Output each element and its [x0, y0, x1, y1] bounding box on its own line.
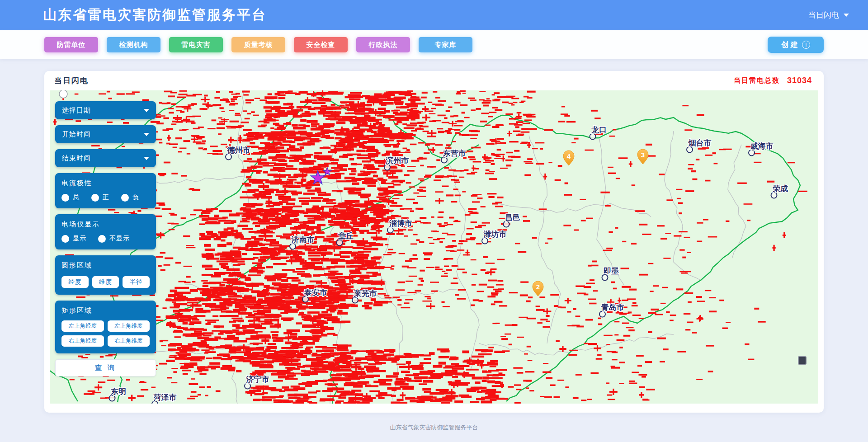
svg-text:4: 4: [567, 152, 571, 160]
city-marker: [384, 165, 390, 170]
chevron-down-icon: [844, 14, 849, 17]
nav-button-jiance-jigou[interactable]: 检测机构: [107, 37, 160, 52]
rect-input-3[interactable]: 右上角维度: [108, 335, 150, 347]
rect-input-1[interactable]: 左上角维度: [108, 320, 150, 332]
chevron-down-icon: [144, 133, 149, 136]
app-footer: 山东省气象灾害防御监管服务平台: [0, 413, 868, 442]
polarity-option-0[interactable]: 总: [61, 193, 80, 202]
chevron-down-icon: [144, 157, 149, 160]
city-marker: [302, 296, 308, 302]
mode-label: 当日闪电: [808, 10, 839, 20]
end-time-label: 结束时间: [62, 154, 91, 163]
radio-icon: [61, 235, 69, 243]
polarity-options: 总正负: [61, 193, 150, 202]
total-value: 31034: [787, 76, 812, 85]
city-label: 烟台市: [688, 139, 712, 147]
nav-button-leidian-zaihai[interactable]: 雷电灾害: [169, 37, 223, 52]
svg-text:3: 3: [641, 151, 645, 159]
city-label: 威海市: [750, 142, 774, 150]
city-marker: [441, 157, 447, 163]
rect-area-box: 矩形区域 左上角经度左上角维度右上角经度右上角维度: [55, 301, 156, 353]
city-marker: [245, 383, 250, 389]
map-canvas: 德州市滨州市东营市龙口烟台市威海市荣成淄博市昌邑潍坊市济南市章丘泰安市莱芜市即墨…: [50, 90, 818, 404]
create-button[interactable]: 创 建 +: [768, 37, 824, 53]
city-label: 菏泽市: [154, 393, 177, 402]
city-marker: [109, 395, 115, 401]
nav-button-xingzheng-zhifa[interactable]: 行政执法: [356, 37, 410, 52]
city-label: 东营市: [443, 149, 466, 158]
city-marker: [599, 311, 605, 317]
start-time-select[interactable]: 开始时间: [55, 125, 156, 143]
polarity-option-label: 负: [132, 193, 139, 202]
date-select[interactable]: 选择日期: [55, 101, 156, 119]
efield-label: 电场仪显示: [61, 220, 150, 229]
nav-button-anquan-jiancha[interactable]: 安全检查: [294, 37, 348, 52]
city-marker: [590, 134, 596, 140]
polarity-option-1[interactable]: 正: [91, 193, 109, 202]
city-marker: [504, 221, 509, 227]
lightning-map[interactable]: 德州市滨州市东营市龙口烟台市威海市荣成淄博市昌邑潍坊市济南市章丘泰安市莱芜市即墨…: [50, 90, 818, 404]
city-label: 龙口: [591, 126, 607, 134]
efield-option-0[interactable]: 显示: [61, 235, 86, 243]
circle-input-0[interactable]: 经度: [61, 276, 89, 288]
mode-dropdown[interactable]: 当日闪电: [808, 10, 849, 20]
polarity-option-label: 总: [73, 193, 80, 202]
map-control-square[interactable]: [798, 356, 807, 365]
circle-input-1[interactable]: 维度: [92, 276, 119, 288]
create-label: 创 建: [781, 40, 797, 50]
polarity-label: 电流极性: [61, 179, 150, 188]
query-button[interactable]: 查 询: [55, 359, 156, 376]
chevron-down-icon: [144, 109, 149, 112]
efield-option-label: 不显示: [109, 235, 130, 243]
city-label: 济宁市: [246, 375, 269, 384]
city-marker: [226, 154, 231, 160]
rect-input-2[interactable]: 右上角经度: [61, 335, 104, 347]
circle-area-label: 圆形区域: [61, 261, 150, 270]
panel-title: 当日闪电: [54, 75, 89, 86]
svg-text:2: 2: [536, 283, 540, 291]
rect-area-label: 矩形区域: [61, 306, 150, 315]
polarity-option-2[interactable]: 负: [121, 193, 139, 202]
city-label: 潍坊市: [483, 230, 507, 239]
city-marker: [602, 275, 608, 281]
city-label: 昌邑: [505, 213, 520, 222]
city-marker: [749, 150, 755, 156]
city-label: 济南市: [291, 235, 315, 244]
city-label: 章丘: [338, 231, 354, 240]
nav-button-zhuanjia-ku[interactable]: 专家库: [419, 37, 472, 52]
rect-area-fields: 左上角经度左上角维度右上角经度右上角维度: [61, 320, 150, 347]
circle-input-2[interactable]: 半径: [123, 276, 150, 288]
city-marker: [290, 244, 296, 249]
city-label: 德州市: [227, 146, 250, 155]
city-marker: [352, 297, 358, 303]
map-zoom-circle[interactable]: [59, 90, 67, 98]
radio-icon: [61, 194, 69, 202]
total-count: 当日雷电总数 31034: [734, 76, 812, 85]
nav-buttons: 防雷单位检测机构雷电灾害质量考核安全检查行政执法专家库: [44, 37, 481, 52]
city-label: 滨州市: [386, 156, 409, 165]
polarity-option-label: 正: [103, 193, 109, 202]
city-label: 泰安市: [304, 288, 327, 297]
city-label: 即墨: [604, 267, 619, 275]
city-marker: [687, 147, 693, 153]
nav-button-zhiliang-kaohe[interactable]: 质量考核: [231, 37, 285, 52]
radio-icon: [121, 194, 129, 202]
radio-icon: [91, 194, 99, 202]
lightning-panel: 当日闪电 当日雷电总数 31034 德州市滨州市东营市龙口烟台市威海市荣成淄博市…: [44, 71, 824, 413]
main-content: 当日闪电 当日雷电总数 31034 德州市滨州市东营市龙口烟台市威海市荣成淄博市…: [0, 59, 868, 413]
city-label: 东明: [110, 387, 126, 396]
polarity-box: 电流极性 总正负: [55, 173, 156, 208]
end-time-select[interactable]: 结束时间: [55, 149, 156, 167]
panel-header: 当日闪电 当日雷电总数 31034: [44, 71, 824, 90]
city-marker: [387, 227, 393, 233]
radio-icon: [98, 235, 106, 243]
nav-button-fanglei-danwei[interactable]: 防雷单位: [44, 37, 98, 52]
efield-option-1[interactable]: 不显示: [98, 235, 130, 243]
rect-input-0[interactable]: 左上角经度: [61, 320, 104, 332]
footer-text: 山东省气象灾害防御监管服务平台: [390, 423, 478, 432]
efield-option-label: 显示: [73, 235, 86, 243]
date-select-label: 选择日期: [62, 106, 91, 115]
circle-area-fields: 经度维度半径: [61, 276, 150, 288]
map-controls: 选择日期 开始时间 结束时间 电流极性 总正负 电场仪显示 显示不: [55, 101, 156, 376]
city-label: 莱芜市: [354, 289, 377, 298]
